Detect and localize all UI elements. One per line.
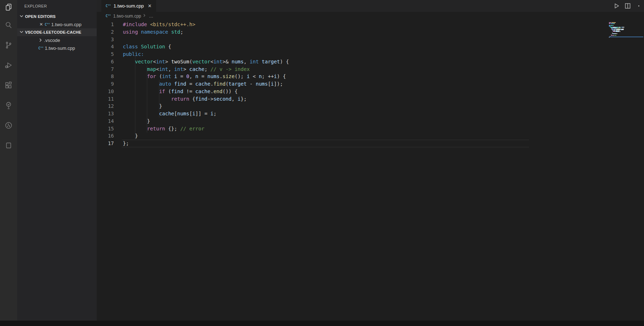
activity-bar [0, 0, 17, 321]
file-label: .vscode [44, 38, 60, 43]
split-editor-button[interactable] [624, 2, 631, 10]
line-number: 12 [97, 102, 114, 110]
line-number: 13 [97, 110, 114, 118]
code-text [114, 36, 123, 43]
activity-run-debug[interactable] [0, 56, 17, 76]
code-text: map<int, int> cache; // v -> index [114, 66, 250, 73]
search-icon [4, 21, 13, 31]
cpp-file-icon: C++ [38, 46, 44, 50]
circle-branch-icon [4, 121, 13, 131]
chevron-down-icon [19, 13, 25, 20]
code-line[interactable]: 17}; [97, 140, 644, 147]
code-editor[interactable]: 1#include <bits/stdc++.h>2using namespac… [97, 20, 644, 321]
code-text: return {}; // error [114, 125, 205, 133]
breadcrumb-file[interactable]: 1.two-sum.cpp [113, 14, 141, 19]
code-line[interactable]: 3 [97, 36, 644, 43]
code-text: class Solution { [114, 43, 171, 51]
sidebar-title: EXPLORER [17, 0, 97, 13]
line-number: 6 [97, 58, 114, 66]
code-text: vector<int> twoSum(vector<int>& nums, in… [114, 58, 289, 66]
source-control-icon [4, 41, 13, 51]
activity-extensions[interactable] [0, 76, 17, 96]
bookmark-icon [4, 141, 13, 151]
run-debug-icon [4, 61, 13, 71]
code-line[interactable]: 14 } [97, 118, 644, 125]
tab-close-icon[interactable]: ✕ [147, 3, 153, 9]
activity-search[interactable] [0, 16, 17, 36]
code-line[interactable]: 10 if (find != cache.end()) { [97, 88, 644, 95]
file-label: 1.two-sum.cpp [51, 22, 82, 27]
code-text: #include <bits/stdc++.h> [114, 21, 195, 28]
open-editor-item[interactable]: ✕C++1.two-sum.cpp [17, 20, 97, 28]
editor-group: C++ 1.two-sum.cpp ✕ C++ 1.two [97, 0, 644, 321]
code-text: } [114, 102, 162, 110]
line-number: 9 [97, 80, 114, 88]
code-line[interactable]: 13 cache[nums[i]] = i; [97, 110, 644, 118]
run-button[interactable] [612, 2, 620, 10]
activity-timeline[interactable] [0, 116, 17, 136]
minimap-current-line [609, 37, 643, 37]
tree-check-icon [4, 101, 13, 111]
editor-actions [612, 0, 643, 12]
code-line[interactable]: 4class Solution { [97, 43, 644, 51]
code-text: } [114, 118, 150, 125]
code-line[interactable]: 8 for (int i = 0, n = nums.size(); i < n… [97, 73, 644, 80]
line-number: 10 [97, 88, 114, 95]
file-label: 1.two-sum.cpp [45, 45, 75, 51]
files-icon [4, 3, 13, 13]
play-icon [614, 3, 620, 9]
more-actions-button[interactable] [635, 2, 643, 10]
section-label: OPEN EDITORS [25, 14, 56, 19]
code-text: using namespace std; [114, 28, 183, 36]
line-number: 3 [97, 36, 114, 43]
tree-item-file[interactable]: C++1.two-sum.cpp [17, 44, 97, 52]
line-number: 7 [97, 66, 114, 73]
code-line[interactable]: 6 vector<int> twoSum(vector<int>& nums, … [97, 58, 644, 66]
cpp-file-icon: C++ [105, 4, 111, 8]
section-workspace[interactable]: VSCODE-LEETCODE-CACHE [17, 28, 97, 36]
code-text: cache[nums[i]] = i; [114, 110, 216, 118]
code-line[interactable]: 2using namespace std; [97, 28, 644, 36]
code-text: }; [114, 140, 129, 147]
tree-item-folder[interactable]: .vscode [17, 36, 97, 44]
close-icon[interactable]: ✕ [38, 22, 44, 27]
code-line[interactable]: 12 } [97, 102, 644, 110]
line-number: 2 [97, 28, 114, 36]
line-number: 4 [97, 43, 114, 51]
line-number: 17 [97, 140, 114, 147]
ellipsis-icon [638, 5, 639, 6]
activity-bookmarks[interactable] [0, 136, 17, 156]
line-number: 11 [97, 95, 114, 103]
code-text: auto find = cache.find(target - nums[i])… [114, 80, 283, 88]
activity-source-control[interactable] [0, 36, 17, 56]
section-label: VSCODE-LEETCODE-CACHE [25, 30, 81, 34]
line-number: 8 [97, 73, 114, 80]
code-line[interactable]: 11 return {find->second, i}; [97, 95, 644, 103]
cpp-file-icon: C++ [105, 14, 111, 18]
chevron-right-icon [142, 13, 147, 19]
extensions-icon [4, 81, 13, 91]
line-number: 14 [97, 118, 114, 125]
code-text: } [114, 132, 138, 140]
code-line[interactable]: 1#include <bits/stdc++.h> [97, 21, 644, 28]
section-open-editors[interactable]: OPEN EDITORS [17, 13, 97, 20]
code-line[interactable]: 7 map<int, int> cache; // v -> index [97, 66, 644, 73]
breadcrumb-more[interactable]: … [149, 14, 153, 19]
code-line[interactable]: 9 auto find = cache.find(target - nums[i… [97, 80, 644, 88]
code-line[interactable]: 16 } [97, 132, 644, 140]
activity-explorer[interactable] [0, 0, 17, 16]
code-text: for (int i = 0, n = nums.size(); i < n; … [114, 73, 286, 80]
activity-leetcode[interactable] [0, 96, 17, 116]
tab-two-sum[interactable]: C++ 1.two-sum.cpp ✕ [101, 0, 156, 12]
code-text: public: [114, 51, 144, 58]
tab-label: 1.two-sum.cpp [114, 3, 144, 9]
vscode-window: EXPLORER OPEN EDITORS ✕C++1.two-sum.cpp … [0, 0, 644, 326]
explorer-sidebar: EXPLORER OPEN EDITORS ✕C++1.two-sum.cpp … [17, 0, 97, 321]
code-line[interactable]: 15 return {}; // error [97, 125, 644, 133]
code-text: if (find != cache.end()) { [114, 88, 237, 95]
line-number: 16 [97, 132, 114, 140]
line-number: 1 [97, 21, 114, 28]
code-line[interactable]: 5public: [97, 51, 644, 58]
tab-bar: C++ 1.two-sum.cpp ✕ [97, 0, 644, 12]
line-number: 5 [97, 51, 114, 58]
